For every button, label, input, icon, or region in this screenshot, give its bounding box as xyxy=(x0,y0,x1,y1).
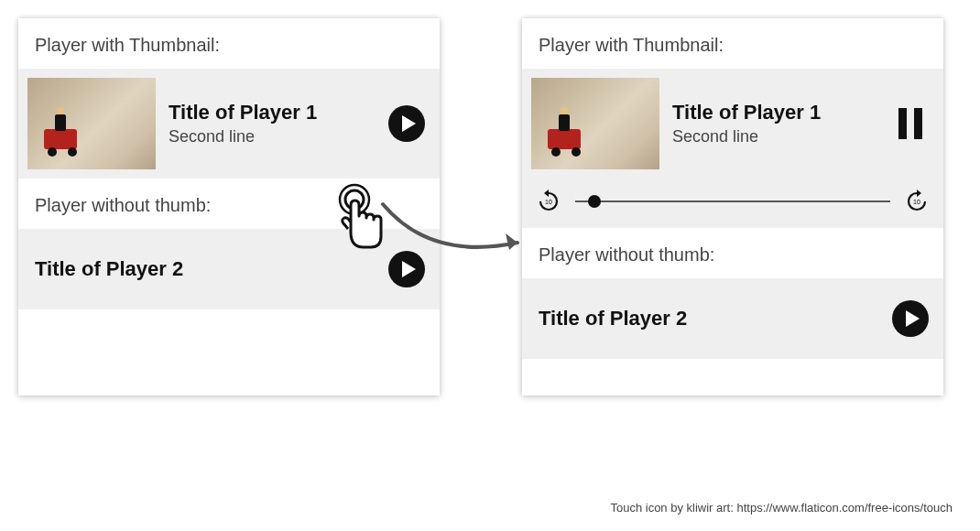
svg-text:10: 10 xyxy=(545,199,552,205)
slider-track xyxy=(575,200,890,202)
section-label-no-thumb: Player without thumb: xyxy=(522,228,943,278)
rewind-icon: 10 xyxy=(536,189,561,214)
svg-rect-5 xyxy=(914,108,922,139)
player-thumbnail xyxy=(27,78,156,169)
attribution-text: Touch icon by kliwir art: https://www.fl… xyxy=(610,501,953,515)
player-subtitle: Second line xyxy=(169,127,374,146)
panel-after: Player with Thumbnail: Title of Player 1… xyxy=(522,18,943,396)
player-text-block: Title of Player 1 Second line xyxy=(169,101,374,146)
forward-icon: 10 xyxy=(904,189,930,214)
play-button[interactable] xyxy=(890,298,931,339)
svg-rect-4 xyxy=(898,108,907,139)
play-icon xyxy=(387,249,427,289)
progress-slider[interactable] xyxy=(575,190,890,212)
section-label-thumbnail: Player with Thumbnail: xyxy=(18,18,440,69)
svg-marker-8 xyxy=(917,190,921,197)
pause-button[interactable] xyxy=(890,103,931,144)
player-subtitle: Second line xyxy=(672,127,877,146)
player-title: Title of Player 2 xyxy=(35,257,374,281)
play-button[interactable] xyxy=(387,249,427,289)
player-without-thumbnail[interactable]: Title of Player 2 xyxy=(522,278,943,359)
forward-10-button[interactable]: 10 xyxy=(903,188,931,215)
player-title: Title of Player 1 xyxy=(672,101,877,125)
svg-text:10: 10 xyxy=(913,199,920,205)
play-icon xyxy=(890,298,931,339)
play-button[interactable] xyxy=(387,103,427,144)
player-controls: 10 10 xyxy=(522,179,943,228)
player-title: Title of Player 1 xyxy=(169,101,374,125)
rewind-10-button[interactable]: 10 xyxy=(535,188,562,215)
play-icon xyxy=(387,103,427,144)
player-with-thumbnail-expanded[interactable]: Title of Player 1 Second line xyxy=(522,69,943,179)
player-text-block: Title of Player 2 xyxy=(35,257,374,281)
panel-before: Player with Thumbnail: Title of Player 1… xyxy=(18,18,440,396)
section-label-thumbnail: Player with Thumbnail: xyxy=(522,18,943,69)
player-with-thumbnail[interactable]: Title of Player 1 Second line xyxy=(18,69,440,179)
player-title: Title of Player 2 xyxy=(539,307,877,331)
pause-icon xyxy=(895,106,926,141)
player-text-block: Title of Player 2 xyxy=(539,307,877,331)
slider-thumb[interactable] xyxy=(588,195,601,208)
svg-marker-6 xyxy=(544,190,549,197)
player-without-thumbnail[interactable]: Title of Player 2 xyxy=(18,229,440,309)
player-text-block: Title of Player 1 Second line xyxy=(672,101,877,146)
player-thumbnail xyxy=(531,78,659,169)
section-label-no-thumb: Player without thumb: xyxy=(18,179,440,229)
